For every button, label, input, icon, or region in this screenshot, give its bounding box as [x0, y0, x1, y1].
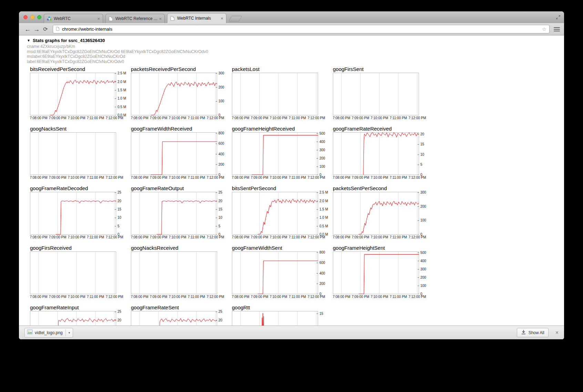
x-axis-tick: 7:11:00 PM: [188, 176, 205, 179]
tab-webrtc-internals[interactable]: WebRTC Internals×: [167, 13, 226, 23]
tab-close-icon[interactable]: ×: [159, 17, 162, 21]
y-axis-tick: 10: [420, 153, 424, 156]
chart-title: googFrameRateDecoded: [30, 185, 126, 192]
tab-close-icon[interactable]: ×: [221, 16, 223, 21]
chart-title: packetsReceivedPerSecond: [131, 66, 227, 73]
reload-button[interactable]: ⟳: [41, 26, 50, 33]
url-bar[interactable]: chrome://webrtc-internals ☆: [53, 25, 550, 33]
chart-bitsReceivedPerSecond: bitsReceivedPerSecond2.5 M2.0 M1.5 M1.0 …: [30, 66, 126, 120]
x-axis-labels: 7:08:00 PM7:09:00 PM7:10:00 PM7:11:00 PM…: [131, 175, 217, 179]
y-axis-tick: 100: [420, 284, 426, 288]
back-button[interactable]: ←: [23, 26, 32, 33]
stats-header: ▼ Stats graphs for ssrc_4136526430: [27, 38, 564, 43]
x-axis-labels: 7:08:00 PM7:09:00 PM7:10:00 PM7:11:00 PM…: [333, 115, 419, 120]
x-axis-tick: 7:09:00 PM: [351, 116, 369, 120]
y-axis-tick: 300: [218, 72, 224, 75]
chart-title: googFrameHeightReceived: [232, 126, 328, 132]
y-axis-tick: 400: [319, 140, 325, 144]
chart-googNacksSent: googNacksSent7:08:00 PM7:09:00 PM7:10:00…: [30, 126, 126, 179]
download-item[interactable]: vidtel_logo.png ▾: [24, 328, 73, 338]
chart-packetsLost: packetsLost7:08:00 PM7:09:00 PM7:10:00 P…: [232, 66, 328, 120]
tab-label: WebRTC Reference App: [115, 16, 157, 21]
y-axis-tick: 1.5 M: [319, 208, 328, 211]
page-content: ▼ Stats graphs for ssrc_4136526430 cname…: [19, 35, 564, 326]
y-axis-tick: 25: [218, 310, 222, 313]
chart-canvas: [131, 311, 217, 326]
chart-googFirsSent: googFirsSent7:08:00 PM7:09:00 PM7:10:00 …: [333, 66, 429, 120]
x-axis-tick: 7:12:00 PM: [105, 176, 123, 179]
x-axis-tick: 7:09:00 PM: [250, 235, 268, 239]
chart-plot: [131, 251, 227, 294]
y-axis-tick: 0.5 M: [319, 225, 328, 228]
stream-meta-line: label:6E9laEYkyxlkTCxDgc82ZGoEhlCfxNuCKr…: [27, 59, 564, 64]
x-axis-tick: 7:10:00 PM: [68, 176, 85, 179]
x-axis-tick: 7:10:00 PM: [269, 295, 287, 299]
chart-canvas: [232, 73, 318, 115]
tab-close-icon[interactable]: ×: [97, 17, 100, 21]
y-axis-tick: 10: [319, 326, 323, 326]
new-tab-button[interactable]: [229, 16, 242, 21]
chart-title: googFrameRateOutput: [131, 185, 227, 192]
chart-canvas: [131, 73, 217, 115]
chart-plot: 2520151050: [30, 311, 126, 326]
url-input[interactable]: chrome://webrtc-internals: [62, 27, 542, 32]
y-axis-tick: 5: [218, 225, 221, 228]
y-axis-tick: 500: [420, 251, 426, 255]
chart-title: googFrameRateInput: [30, 305, 126, 311]
download-caret-icon[interactable]: ▾: [65, 329, 72, 336]
show-all-button[interactable]: Show All: [517, 328, 549, 337]
y-axis-tick: 300: [420, 191, 426, 194]
chart-plot: 5004003002001000: [232, 132, 328, 175]
x-axis-tick: 7:09:00 PM: [351, 295, 369, 299]
chart-title: googFirsReceived: [30, 245, 126, 251]
y-axis-tick: 25: [218, 191, 222, 194]
charts-grid: bitsReceivedPerSecond2.5 M2.0 M1.5 M1.0 …: [30, 66, 564, 326]
x-axis-tick: 7:09:00 PM: [49, 295, 66, 299]
bookmark-star-icon[interactable]: ☆: [542, 27, 546, 32]
close-window-button[interactable]: [23, 15, 28, 19]
y-axis-tick: 20: [117, 319, 121, 322]
forward-button[interactable]: →: [32, 26, 41, 33]
y-axis-tick: 300: [420, 268, 426, 271]
x-axis-tick: 7:08:00 PM: [131, 116, 148, 120]
chart-canvas: [30, 251, 116, 294]
chart-title: googFirsSent: [333, 66, 429, 73]
x-axis-labels: 7:08:00 PM7:09:00 PM7:10:00 PM7:11:00 PM…: [131, 235, 217, 239]
chart-canvas: [333, 73, 419, 115]
chart-title: googFrameWidthReceived: [131, 126, 227, 132]
tab-webrtc-reference-app[interactable]: WebRTC Reference App×: [105, 14, 165, 23]
x-axis-labels: 7:08:00 PM7:09:00 PM7:10:00 PM7:11:00 PM…: [333, 175, 419, 179]
x-axis-tick: 7:08:00 PM: [232, 235, 249, 239]
minimize-window-button[interactable]: [30, 15, 34, 19]
x-axis-tick: 7:09:00 PM: [250, 176, 268, 179]
chart-title: bitsSentPerSecond: [232, 185, 328, 192]
chart-canvas: [232, 251, 318, 294]
close-downloads-icon[interactable]: ×: [555, 330, 559, 336]
x-axis-labels: 7:08:00 PM7:09:00 PM7:10:00 PM7:11:00 PM…: [232, 175, 318, 179]
x-axis-tick: 7:11:00 PM: [289, 295, 306, 299]
x-axis-tick: 7:11:00 PM: [390, 235, 407, 239]
x-axis-tick: 7:12:00 PM: [307, 176, 325, 179]
x-axis-labels: 7:08:00 PM7:09:00 PM7:10:00 PM7:11:00 PM…: [131, 115, 217, 120]
collapse-triangle-icon[interactable]: ▼: [27, 39, 30, 42]
menu-icon[interactable]: [554, 27, 560, 31]
x-axis-labels: 7:08:00 PM7:09:00 PM7:10:00 PM7:11:00 PM…: [131, 294, 217, 299]
fullscreen-icon[interactable]: [556, 15, 561, 21]
zoom-window-button[interactable]: [37, 15, 41, 19]
chart-googRtt: googRtt1510507:08:00 PM7:09:00 PM7:10:00…: [232, 305, 328, 326]
x-axis-tick: 7:08:00 PM: [232, 116, 249, 120]
x-axis-tick: 7:10:00 PM: [370, 176, 388, 179]
x-axis-tick: 7:09:00 PM: [150, 176, 167, 179]
y-axis-tick: 200: [420, 205, 426, 208]
x-axis-tick: 7:10:00 PM: [168, 235, 186, 239]
y-axis-tick: 2.0 M: [117, 80, 126, 84]
chart-plot: 151050: [232, 311, 328, 326]
chart-plot: 20151050: [333, 132, 429, 175]
tab-list: WebRTC×WebRTC Reference App×WebRTC Inter…: [44, 13, 241, 23]
x-axis-tick: 7:10:00 PM: [370, 116, 388, 120]
x-axis-tick: 7:08:00 PM: [30, 116, 47, 120]
x-axis-tick: 7:10:00 PM: [168, 116, 186, 120]
x-axis-tick: 7:12:00 PM: [105, 235, 123, 239]
tab-webrtc[interactable]: WebRTC×: [44, 14, 103, 23]
x-axis-tick: 7:09:00 PM: [150, 235, 167, 239]
